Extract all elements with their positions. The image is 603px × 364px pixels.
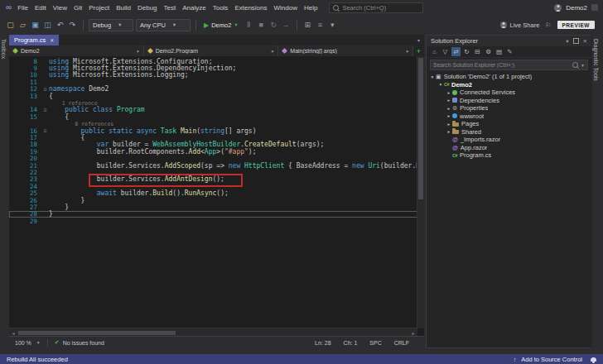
code-line[interactable]: 19 builder.RootComponents.Add<App>("#app…	[9, 148, 417, 155]
expander-icon[interactable]: ▸	[446, 98, 452, 103]
save-icon[interactable]: ▣	[30, 19, 41, 31]
code-line[interactable]: 23 builder.Services.AddAntDesign();	[9, 176, 417, 183]
code-map-icon[interactable]: ≡	[315, 19, 326, 31]
scroll-left-icon[interactable]: ◂	[9, 330, 17, 336]
tree-item-demo2[interactable]: ▾C#Demo2	[427, 81, 591, 89]
menu-build[interactable]: Build	[113, 1, 134, 15]
configuration-dropdown[interactable]: Debug ▼	[89, 19, 133, 31]
code-line[interactable]: 29	[9, 218, 417, 224]
home-icon[interactable]: ⌂	[430, 47, 439, 56]
close-icon[interactable]: ✕	[583, 38, 587, 45]
menu-debug[interactable]: Debug	[134, 1, 161, 15]
tree-item-dependencies[interactable]: ▸Dependencies	[427, 97, 591, 105]
menu-project[interactable]: Project	[85, 1, 113, 15]
open-folder-icon[interactable]: ▱	[17, 19, 28, 31]
code-line[interactable]: 21 builder.Services.AddScoped(sp => new …	[9, 162, 417, 169]
issues-indicator[interactable]: No issues found	[63, 340, 104, 346]
quick-search-box[interactable]: Search (Ctrl+Q)	[329, 2, 423, 13]
show-all-files-icon[interactable]: ▤	[494, 47, 504, 56]
tab-program-cs[interactable]: Program.cs ✕	[9, 35, 59, 46]
restart-icon[interactable]: ↻	[268, 19, 279, 31]
split-add-icon[interactable]: +	[413, 46, 424, 56]
editor-vertical-scrollbar[interactable]	[417, 56, 424, 328]
properties-gear-icon[interactable]: ⚙	[484, 47, 493, 56]
solution-search-box[interactable]: Search Solution Explorer (Ctrl+;) ▼	[430, 60, 588, 70]
breadcrumb-demo2[interactable]: Demo2▾	[9, 46, 144, 56]
tree-item-program-cs[interactable]: C#Program.cs	[427, 151, 591, 160]
toolbox-tab[interactable]: Toolbox	[1, 35, 7, 59]
collapse-all-icon[interactable]: ⊟	[473, 47, 482, 56]
live-share-button[interactable]: Live Share	[500, 22, 539, 29]
chevron-down-icon[interactable]: ▾	[566, 38, 568, 45]
menu-file[interactable]: File	[14, 1, 31, 15]
menu-extensions[interactable]: Extensions	[231, 1, 270, 15]
fold-marker-icon[interactable]: ⊟	[41, 107, 49, 113]
sync-with-active-document-icon[interactable]: ⇄	[451, 47, 461, 56]
line-number: 29	[9, 218, 41, 225]
menu-help[interactable]: Help	[301, 1, 321, 15]
line-indicator[interactable]: Ln: 28	[315, 340, 330, 346]
menu-test[interactable]: Test	[161, 1, 180, 15]
step-into-icon[interactable]: ⊞	[302, 19, 313, 31]
diagnostic-tools-tab[interactable]: Diagnostic Tools	[593, 35, 599, 81]
menu-edit[interactable]: Edit	[31, 1, 50, 15]
close-icon[interactable]: ✕	[50, 37, 54, 43]
scroll-right-icon[interactable]: ▸	[409, 330, 417, 336]
scrollbar-thumb[interactable]	[18, 331, 176, 335]
notifications-icon[interactable]	[591, 4, 598, 11]
line-ending-indicator[interactable]: CRLF	[394, 340, 409, 346]
menu-window[interactable]: Window	[271, 1, 301, 15]
zoom-level[interactable]: 100 %	[15, 340, 31, 346]
tree-item-imports-razor[interactable]: @_Imports.razor	[427, 136, 591, 144]
expander-icon[interactable]: ▸	[446, 113, 452, 118]
platform-dropdown[interactable]: Any CPU ▼	[136, 19, 191, 31]
spaces-indicator[interactable]: SPC	[369, 340, 381, 346]
start-debugging-button[interactable]: ▶ Demo2 ▼	[201, 22, 241, 29]
account-name[interactable]: Demo2	[566, 4, 587, 12]
tree-item-pages[interactable]: ▸Pages	[427, 120, 591, 128]
tree-item-wwwroot[interactable]: ▸wwwroot	[427, 113, 591, 121]
expander-icon[interactable]: ▾	[437, 82, 444, 87]
pin-icon[interactable]	[573, 38, 579, 44]
fold-marker-icon[interactable]: ⊟	[41, 86, 49, 93]
notifications-bell-icon[interactable]	[591, 357, 596, 362]
pause-icon[interactable]: Ⅱ	[244, 19, 254, 31]
refresh-icon[interactable]: ↻	[462, 47, 471, 56]
new-file-icon[interactable]: ▢	[5, 19, 16, 31]
user-avatar[interactable]	[554, 4, 562, 12]
edit-icon[interactable]: ✎	[505, 47, 514, 56]
add-to-source-control-button[interactable]: Add to Source Control	[521, 356, 582, 363]
menu-git[interactable]: Git	[70, 1, 85, 15]
filter-icon[interactable]: ▽	[441, 47, 450, 56]
expander-icon[interactable]: ▸	[446, 106, 452, 111]
toolbar-options-icon[interactable]: ▾	[327, 19, 338, 31]
solution-explorer-header[interactable]: Solution Explorer ▾ ✕	[427, 36, 591, 46]
save-all-icon[interactable]: ◫	[42, 19, 53, 31]
tree-item-app-razor[interactable]: @App.razor	[427, 144, 591, 152]
tree-item-connected-services[interactable]: ▸Connected Services	[427, 89, 591, 97]
tree-item-properties[interactable]: ▸⚙Properties	[427, 104, 591, 113]
undo-icon[interactable]: ↶	[55, 19, 65, 31]
stop-icon[interactable]: ■	[256, 19, 267, 31]
menu-view[interactable]: View	[50, 1, 70, 15]
menu-tools[interactable]: Tools	[210, 1, 232, 15]
code-editor[interactable]: 8using Microsoft.Extensions.Configuratio…	[9, 56, 417, 328]
code-line[interactable]: 28}	[9, 211, 417, 218]
breadcrumb-main-string-args[interactable]: Main(string[] args)▾	[278, 46, 413, 56]
expander-icon[interactable]: ▾	[429, 74, 436, 79]
expander-icon[interactable]: ▸	[446, 90, 452, 95]
expander-icon[interactable]: ▸	[446, 122, 452, 127]
breadcrumb-demo2-program[interactable]: Demo2.Program▾	[144, 46, 279, 56]
show-next-statement-icon[interactable]: →	[281, 19, 292, 31]
menu-analyze[interactable]: Analyze	[179, 1, 209, 15]
tree-item-shared[interactable]: ▸Shared	[427, 128, 591, 136]
scrollbar-thumb[interactable]	[418, 58, 423, 199]
column-indicator[interactable]: Ch: 1	[344, 340, 358, 346]
tree-item-solution-demo2-1-of-1-project[interactable]: ▾▣Solution 'Demo2' (1 of 1 project)	[427, 73, 591, 81]
feedback-icon[interactable]: ⚐	[545, 22, 551, 29]
fold-marker-icon[interactable]: ⊟	[41, 127, 49, 134]
expander-icon[interactable]: ▸	[446, 129, 452, 134]
code-line[interactable]: 10using Microsoft.Extensions.Logging;	[9, 72, 417, 79]
redo-icon[interactable]: ↷	[67, 19, 78, 31]
active-files-icon[interactable]: ▾	[417, 37, 420, 43]
